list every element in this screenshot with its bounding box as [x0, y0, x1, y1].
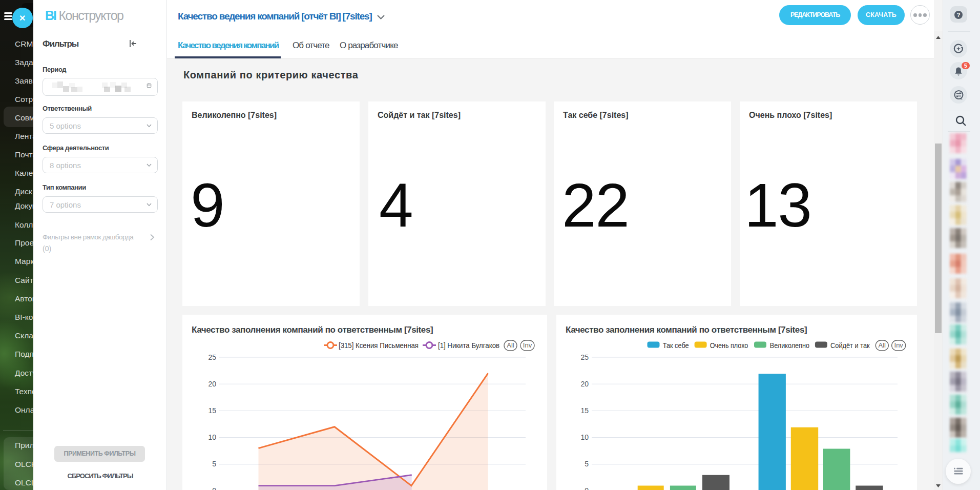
svg-text:20: 20	[208, 380, 216, 388]
svg-text:Inv: Inv	[523, 341, 532, 349]
svg-text:15: 15	[580, 406, 589, 415]
svg-text:[1] Никита Булгаков: [1] Никита Булгаков	[438, 341, 499, 350]
svg-text:10: 10	[580, 433, 589, 441]
svg-text:5: 5	[212, 460, 216, 468]
svg-text:All: All	[879, 341, 886, 349]
svg-text:25: 25	[580, 353, 589, 361]
svg-text:[315] Ксения Письменная: [315] Ксения Письменная	[339, 341, 419, 350]
svg-text:0: 0	[212, 486, 216, 490]
svg-text:Очень плохо: Очень плохо	[710, 341, 748, 350]
svg-text:Сойдёт и так: Сойдёт и так	[830, 341, 870, 350]
svg-text:5: 5	[585, 460, 589, 468]
svg-text:Великолепно: Великолепно	[770, 341, 809, 350]
svg-text:25: 25	[208, 353, 216, 361]
svg-text:Так себе: Так себе	[663, 341, 689, 350]
svg-text:All: All	[507, 341, 514, 349]
svg-text:Inv: Inv	[894, 341, 904, 349]
svg-text:15: 15	[208, 406, 216, 415]
svg-text:20: 20	[580, 380, 589, 388]
svg-text:0: 0	[585, 486, 589, 490]
svg-text:10: 10	[208, 433, 216, 441]
